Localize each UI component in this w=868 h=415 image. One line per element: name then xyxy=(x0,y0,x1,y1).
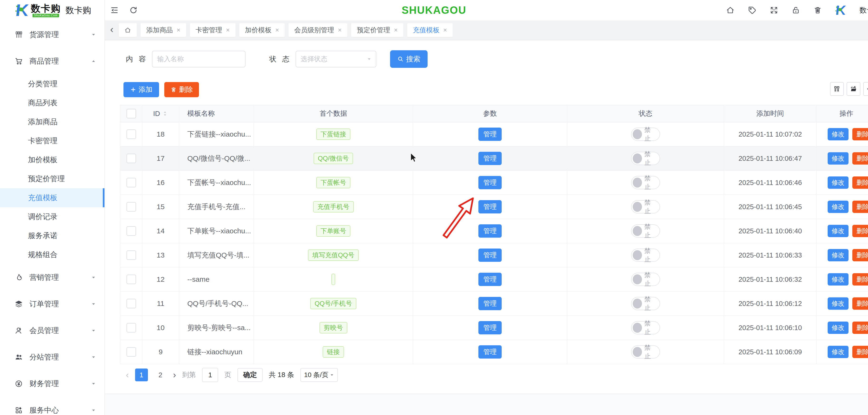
edit-button[interactable]: 修改 xyxy=(828,128,848,140)
goto-page-input[interactable] xyxy=(202,368,218,382)
edit-button[interactable]: 修改 xyxy=(828,201,848,213)
close-icon[interactable]: × xyxy=(394,27,398,34)
sidebar-group-5[interactable]: 分站管理 xyxy=(0,344,104,371)
manage-button[interactable]: 管理 xyxy=(478,224,502,238)
table-row[interactable]: 14 下单账号--xiaochu... 下单账号 管理 禁止 2025-01-1… xyxy=(120,219,868,243)
sidebar-item[interactable]: 卡密管理 xyxy=(0,131,104,150)
row-checkbox[interactable] xyxy=(127,323,136,333)
home-icon[interactable] xyxy=(726,6,735,14)
status-toggle[interactable]: 禁止 xyxy=(631,128,660,141)
sidebar-item[interactable]: 商品列表 xyxy=(0,94,104,112)
status-toggle[interactable]: 禁止 xyxy=(631,200,660,213)
sidebar-item[interactable]: 充值模板 xyxy=(0,188,104,207)
table-row[interactable]: 16 下蛋帐号--xiaochu... 下蛋帐号 管理 禁止 2025-01-1… xyxy=(120,171,868,195)
manage-button[interactable]: 管理 xyxy=(478,152,502,165)
edit-button[interactable]: 修改 xyxy=(828,249,848,261)
user-name[interactable]: 数卡购 xyxy=(860,5,868,15)
manage-button[interactable]: 管理 xyxy=(478,176,502,189)
status-toggle[interactable]: 禁止 xyxy=(631,176,660,189)
tab-2[interactable]: 卡密管理× xyxy=(190,23,236,37)
delete-row-button[interactable]: 删除 xyxy=(852,225,868,237)
sidebar-item[interactable]: 调价记录 xyxy=(0,207,104,226)
page-2-button[interactable]: 2 xyxy=(154,369,167,381)
edit-button[interactable]: 修改 xyxy=(828,298,848,310)
table-row[interactable]: 15 充值手机号-充值... 充值手机号 管理 禁止 2025-01-11 10… xyxy=(120,195,868,219)
status-select[interactable]: 选择状态 xyxy=(296,51,376,67)
table-row[interactable]: 18 下蛋链接--xiaochu... 下蛋链接 管理 禁止 2025-01-1… xyxy=(120,123,868,146)
table-row[interactable]: 10 剪映号-剪映号--sa... 剪映号 管理 禁止 2025-01-11 1… xyxy=(120,316,868,340)
sidebar-group-0[interactable]: 货源管理 xyxy=(0,21,104,48)
table-row[interactable]: 11 QQ号/手机号-QQ... QQ号/手机号 管理 禁止 2025-01-1… xyxy=(120,292,868,316)
refresh-icon[interactable] xyxy=(129,6,138,14)
status-toggle[interactable]: 禁止 xyxy=(631,321,660,334)
content-input[interactable] xyxy=(152,51,246,67)
delete-row-button[interactable]: 删除 xyxy=(852,346,868,358)
columns-toggle-button[interactable] xyxy=(830,82,844,96)
sidebar-group-2[interactable]: 营销管理 xyxy=(0,264,104,291)
status-toggle[interactable]: 禁止 xyxy=(631,224,660,238)
more-tools-button[interactable] xyxy=(863,82,868,96)
table-row[interactable]: 12 --same 管理 禁止 2025-01-11 10:06:32 修改 删… xyxy=(120,268,868,292)
trash-icon[interactable] xyxy=(813,6,822,14)
sidebar-item[interactable]: 预定价管理 xyxy=(0,169,104,188)
add-button[interactable]: 添加 xyxy=(123,82,159,97)
tab-4[interactable]: 会员级别管理× xyxy=(288,23,347,37)
sidebar-group-3[interactable]: 订单管理 xyxy=(0,291,104,317)
delete-row-button[interactable]: 删除 xyxy=(852,128,868,140)
row-checkbox[interactable] xyxy=(127,202,136,211)
close-icon[interactable]: × xyxy=(338,27,342,34)
close-icon[interactable]: × xyxy=(443,27,447,34)
close-icon[interactable]: × xyxy=(275,27,279,34)
delete-row-button[interactable]: 删除 xyxy=(852,298,868,310)
delete-button[interactable]: 删除 xyxy=(164,82,199,97)
select-all-checkbox[interactable] xyxy=(127,109,136,118)
manage-button[interactable]: 管理 xyxy=(478,297,502,310)
edit-button[interactable]: 修改 xyxy=(828,152,848,165)
manage-button[interactable]: 管理 xyxy=(478,345,502,358)
delete-row-button[interactable]: 删除 xyxy=(852,201,868,213)
manage-button[interactable]: 管理 xyxy=(478,128,502,141)
sidebar-group-4[interactable]: 会员管理 xyxy=(0,317,104,344)
row-checkbox[interactable] xyxy=(127,154,136,163)
expand-icon[interactable] xyxy=(770,6,778,14)
tab-1[interactable]: 添加商品× xyxy=(141,23,186,37)
delete-row-button[interactable]: 删除 xyxy=(852,152,868,165)
tab-6[interactable]: 充值模板× xyxy=(407,23,453,37)
sidebar-item[interactable]: 服务承诺 xyxy=(0,226,104,245)
sidebar-item[interactable]: 加价模板 xyxy=(0,150,104,169)
row-checkbox[interactable] xyxy=(127,178,136,187)
row-checkbox[interactable] xyxy=(127,347,136,357)
edit-button[interactable]: 修改 xyxy=(828,176,848,189)
tab-3[interactable]: 加价模板× xyxy=(239,23,285,37)
close-icon[interactable]: × xyxy=(177,27,180,34)
prev-page-button[interactable]: ‹ xyxy=(126,370,129,380)
edit-button[interactable]: 修改 xyxy=(828,321,848,334)
next-page-button[interactable]: › xyxy=(173,370,176,380)
status-toggle[interactable]: 禁止 xyxy=(631,273,660,286)
goto-confirm-button[interactable]: 确定 xyxy=(238,368,262,382)
delete-row-button[interactable]: 删除 xyxy=(852,321,868,334)
row-checkbox[interactable] xyxy=(127,226,136,236)
edit-button[interactable]: 修改 xyxy=(828,346,848,358)
delete-row-button[interactable]: 删除 xyxy=(852,249,868,261)
table-row[interactable]: 13 填写充值QQ号-填... 填写充值QQ号 管理 禁止 2025-01-11… xyxy=(120,243,868,268)
sidebar-group-7[interactable]: 服务中心 xyxy=(0,397,104,415)
manage-button[interactable]: 管理 xyxy=(478,321,502,334)
close-icon[interactable]: × xyxy=(226,27,230,34)
sidebar-item[interactable]: 规格组合 xyxy=(0,245,104,264)
tabs-back-button[interactable]: ‹ xyxy=(110,24,114,35)
status-toggle[interactable]: 禁止 xyxy=(631,248,660,262)
tab-0[interactable] xyxy=(119,23,137,37)
row-checkbox[interactable] xyxy=(127,130,136,139)
sort-icon[interactable] xyxy=(162,110,168,117)
page-size-select[interactable]: 10 条/页 xyxy=(300,368,338,382)
sidebar-group-6[interactable]: 财务管理 xyxy=(0,371,104,397)
manage-button[interactable]: 管理 xyxy=(478,273,502,286)
manage-button[interactable]: 管理 xyxy=(478,248,502,262)
fold-icon[interactable] xyxy=(110,6,119,14)
sidebar-item[interactable]: 添加商品 xyxy=(0,112,104,131)
tag-icon[interactable] xyxy=(748,6,756,14)
edit-button[interactable]: 修改 xyxy=(828,273,848,285)
delete-row-button[interactable]: 删除 xyxy=(852,273,868,285)
page-1-button[interactable]: 1 xyxy=(135,369,148,381)
